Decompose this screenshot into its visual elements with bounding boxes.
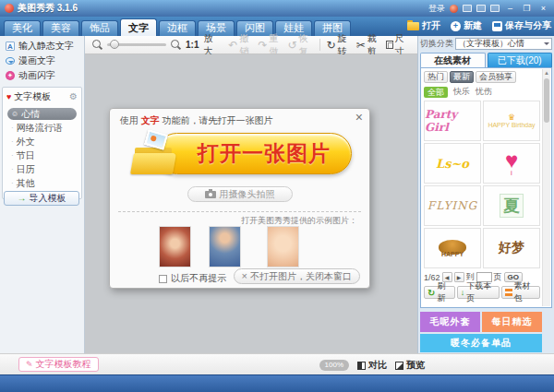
heart-stem-icon: i	[511, 171, 512, 176]
category-switch-label: 切换分类	[420, 38, 453, 50]
material-scrollbar[interactable]: ▲	[542, 69, 550, 306]
comic-text-tool[interactable]: 漫画文字	[0, 53, 84, 68]
dialog-divider	[118, 211, 361, 212]
category-netslang[interactable]: ·网络流行语	[7, 122, 77, 134]
text-a-icon: A	[6, 42, 15, 51]
import-template-button[interactable]: → 导入模板	[4, 191, 79, 206]
material-thumb-summer[interactable]: 夏	[483, 185, 540, 226]
camera-capture-button[interactable]: 用摄像头拍照	[187, 186, 293, 202]
flash-text-tool[interactable]: ✦ 动画闪字	[0, 68, 84, 83]
feature-name-highlight: 文字	[141, 115, 160, 125]
tab-decorate[interactable]: 饰品	[81, 20, 118, 36]
zoom-ratio-label[interactable]: 1:1	[186, 40, 199, 50]
checkbox-icon[interactable]	[159, 275, 167, 283]
refresh-icon: ↻	[428, 289, 435, 297]
tab-frame[interactable]: 边框	[159, 20, 196, 36]
material-thumb-flying[interactable]: FLYING	[424, 185, 481, 226]
template-tutorial-button[interactable]: ✎ 文字模板教程	[18, 357, 99, 372]
dialog-close-icon[interactable]: ×	[355, 111, 363, 124]
refresh-button[interactable]: ↻ 刷新	[424, 286, 455, 299]
download-page-button[interactable]: ↓ 下载本页	[457, 286, 500, 299]
crop-scissors-icon: ✂	[356, 41, 366, 50]
open-button[interactable]: 打开	[407, 19, 440, 32]
tag-sad[interactable]: 忧伤	[476, 86, 492, 98]
material-thumb-heart[interactable]: ♥ i	[483, 143, 540, 184]
avatar-icon[interactable]	[450, 5, 458, 13]
category-mood[interactable]: ☺ 心情	[7, 108, 77, 120]
sample-photo-1[interactable]	[159, 226, 191, 267]
meitu-window: 美图秀秀 3.1.6 登录 – ❐ × 美化 美容 饰品 文字 边框 场景 闪图…	[0, 0, 554, 392]
heart-icon: ♥	[6, 93, 11, 101]
category-dropdown[interactable]: （文字模板）心情	[455, 38, 552, 50]
close-button[interactable]: ×	[537, 4, 549, 14]
preview-button[interactable]: 预览	[395, 359, 425, 372]
material-thumb-birthday[interactable]: ♛ HAPPY Birthday	[483, 101, 540, 141]
folder-photo-icon	[132, 132, 176, 174]
category-festival[interactable]: ·节日	[7, 149, 77, 161]
minimize-button[interactable]: –	[504, 4, 516, 14]
category-other[interactable]: ·其他	[7, 177, 77, 189]
window-title: 美图秀秀 3.1.6	[18, 2, 78, 15]
next-page-button[interactable]: ▶	[454, 272, 464, 282]
dismiss-x-icon: ×	[242, 271, 247, 281]
maximize-button[interactable]: ❐	[521, 4, 533, 14]
material-thumb-party-girl[interactable]: Party Girl	[424, 101, 481, 141]
banner-daily-picks[interactable]: 每日精选	[482, 312, 542, 332]
dialog-dismiss-button[interactable]: × 不打开图片，关闭本窗口	[234, 268, 360, 284]
static-text-tool[interactable]: A 输入静态文字	[0, 39, 84, 53]
open-folder-icon	[407, 22, 419, 30]
crown-icon: ♛	[508, 113, 515, 122]
material-thumb-dream[interactable]: 好梦	[483, 228, 540, 268]
tab-downloaded[interactable]: 已下载(20)	[488, 53, 553, 67]
material-thumb-script[interactable]: Ls~o	[424, 143, 481, 184]
settings-icon[interactable]	[490, 5, 500, 12]
gear-icon[interactable]: ⚙	[69, 92, 78, 101]
text-template-panel: ♥ 文字模板 ⚙ ☺ 心情 ·网络流行语 ·外文 ·节日 ·日历 ·其他	[2, 87, 82, 199]
material-panel: 切换分类 （文字模板）心情 在线素材 已下载(20) 热门 最新 会员独享 全部…	[417, 36, 554, 353]
banner-winter-items[interactable]: 暖冬必备单品	[420, 334, 542, 352]
dont-remind-checkbox[interactable]: 以后不再提示	[159, 272, 226, 285]
save-icon	[492, 21, 502, 31]
resize-icon	[386, 41, 393, 49]
samples-label: 打开美图秀秀提供的示例图片：	[241, 215, 357, 227]
skin-icon[interactable]	[476, 5, 486, 12]
undo-icon: ↶	[228, 41, 237, 50]
tab-beauty[interactable]: 美容	[42, 20, 79, 36]
banner-coat[interactable]: 毛呢外套	[420, 312, 480, 332]
package-icon	[505, 289, 512, 296]
filter-newest[interactable]: 最新	[450, 71, 474, 83]
zoom-slider-handle[interactable]	[110, 40, 119, 49]
tab-text[interactable]: 文字	[120, 18, 157, 36]
open-image-button[interactable]: 打开一张图片	[132, 130, 352, 178]
category-foreign[interactable]: ·外文	[7, 136, 77, 148]
tag-all[interactable]: 全部	[424, 87, 448, 98]
filter-hot[interactable]: 热门	[424, 71, 448, 83]
new-plus-icon: +	[451, 21, 461, 31]
open-image-dialog: 使用 文字 功能前，请先打开一张图片 × 打开一张图片 用摄像头拍照 打开美图秀…	[109, 108, 370, 289]
feedback-icon[interactable]	[463, 5, 472, 12]
sample-photo-3[interactable]	[267, 226, 299, 267]
login-link[interactable]: 登录	[428, 3, 445, 15]
material-thumb-hedgehog[interactable]: HAPPY	[424, 228, 481, 268]
tag-happy[interactable]: 快乐	[453, 86, 470, 98]
tab-beautify[interactable]: 美化	[4, 20, 41, 36]
sample-photo-2[interactable]	[209, 226, 241, 267]
ad-banners: 毛呢外套 每日精选 暖冬必备单品	[420, 312, 542, 352]
compare-icon	[357, 362, 366, 370]
canvas-toolbar: 1:1 放大 ↶撤销 ↷重做 ↺恢复 ↻旋转 ✂裁剪 尺寸	[85, 36, 417, 54]
scrollbar-thumb[interactable]	[544, 78, 549, 123]
save-share-button[interactable]: 保存与分享	[492, 19, 551, 32]
tab-online-materials[interactable]: 在线素材	[420, 53, 486, 67]
flash-star-icon: ✦	[6, 71, 15, 80]
material-pack-button[interactable]: 素材包	[501, 286, 540, 299]
left-sidebar: A 输入静态文字 漫画文字 ✦ 动画闪字 ♥ 文字模板 ⚙ ☺ 心情 ·网络流行…	[0, 36, 85, 353]
compare-button[interactable]: 对比	[357, 359, 387, 372]
zoom-out-icon[interactable]	[92, 40, 102, 50]
new-button[interactable]: + 新建	[451, 19, 482, 32]
camera-icon	[205, 191, 216, 198]
filter-vip[interactable]: 会员独享	[476, 71, 516, 83]
zoom-slider[interactable]	[107, 43, 166, 46]
zoom-in-icon[interactable]	[171, 40, 181, 50]
scroll-up-icon[interactable]: ▲	[543, 69, 550, 77]
category-calendar[interactable]: ·日历	[7, 163, 77, 175]
